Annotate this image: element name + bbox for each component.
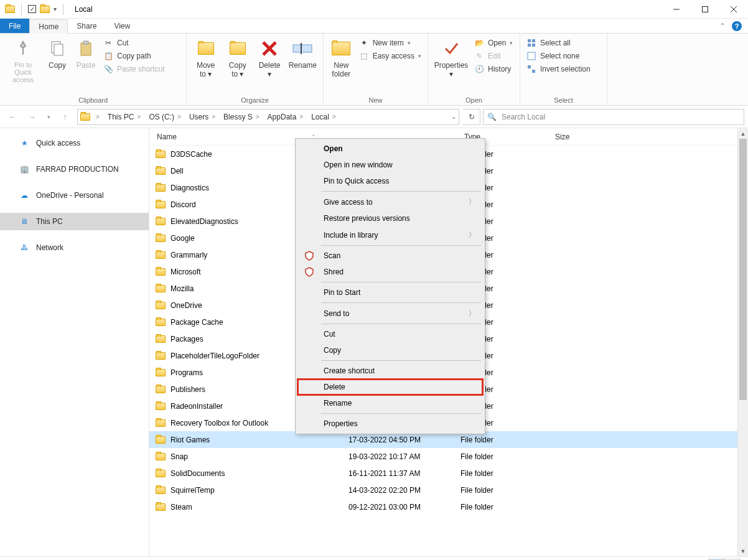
- header-size[interactable]: Size: [548, 133, 610, 141]
- folder-icon: [331, 39, 351, 58]
- recent-dropdown[interactable]: ▾: [44, 108, 54, 126]
- search-input[interactable]: 🔍 Search Local: [483, 109, 744, 125]
- copy-to-button[interactable]: Copy to ▾: [223, 36, 251, 81]
- svg-rect-5: [54, 44, 63, 55]
- copy-path-button[interactable]: 📋Copy path: [102, 50, 166, 62]
- ctx-rename[interactable]: Rename: [297, 395, 483, 411]
- select-none-icon: [526, 51, 536, 61]
- edit-icon: ✎: [474, 51, 484, 61]
- select-all-button[interactable]: Select all: [525, 37, 592, 49]
- back-button[interactable]: ←: [4, 108, 21, 126]
- select-none-button[interactable]: Select none: [525, 50, 592, 62]
- svg-rect-18: [532, 70, 535, 73]
- rename-button[interactable]: Rename: [288, 36, 318, 72]
- ctx-scan[interactable]: Scan: [297, 248, 483, 264]
- table-row[interactable]: SquirrelTemp14-03-2022 02:20 PMFile fold…: [149, 482, 748, 498]
- ctx-restore-versions[interactable]: Restore previous versions: [297, 210, 483, 226]
- breadcrumb-item[interactable]: AppData>: [265, 113, 307, 121]
- building-icon: 🏢: [19, 164, 30, 174]
- new-item-button[interactable]: ✦New item ▾: [358, 37, 423, 49]
- ctx-include-library[interactable]: Include in library〉: [297, 226, 483, 243]
- folder-icon: [156, 453, 166, 460]
- new-folder-button[interactable]: New folder: [329, 36, 354, 81]
- pin-to-quick-access-button[interactable]: Pin to Quick access: [5, 36, 41, 86]
- properties-button[interactable]: Properties ▾: [433, 36, 469, 81]
- folder-icon: [156, 503, 166, 511]
- breadcrumb-item[interactable]: Local>: [309, 113, 340, 121]
- open-icon: 📂: [474, 38, 484, 48]
- ctx-create-shortcut[interactable]: Create shortcut: [297, 363, 483, 379]
- svg-rect-14: [528, 44, 531, 47]
- edit-button[interactable]: ✎Edit: [473, 50, 514, 62]
- invert-selection-button[interactable]: Invert selection: [525, 63, 592, 75]
- folder-icon: [156, 268, 166, 276]
- title-bar: ✓ ▾ Local: [0, 0, 748, 19]
- file-date: 17-03-2022 04:50 PM: [348, 436, 460, 444]
- ctx-send-to[interactable]: Send to〉: [297, 305, 483, 322]
- qat-checkbox[interactable]: ✓: [28, 5, 36, 13]
- easy-access-button[interactable]: ⬚Easy access ▾: [358, 50, 423, 62]
- tab-file[interactable]: File: [0, 19, 29, 33]
- navigation-pane: ★Quick access 🏢FARRAD PRODUCTION ☁OneDri…: [0, 128, 149, 556]
- scroll-thumb[interactable]: [739, 139, 747, 400]
- svg-rect-1: [703, 6, 708, 12]
- maximize-button[interactable]: [691, 0, 719, 19]
- file-name: RadeonInstaller: [171, 402, 223, 411]
- sidebar-item-network[interactable]: 🖧Network: [0, 239, 149, 256]
- addr-dropdown-icon[interactable]: ⌄: [451, 113, 456, 120]
- breadcrumb-item[interactable]: Blessy S>: [221, 113, 263, 121]
- ctx-shred[interactable]: Shred: [297, 264, 483, 280]
- tab-view[interactable]: View: [105, 19, 139, 33]
- scroll-down-icon[interactable]: ▼: [738, 546, 748, 556]
- copy-button[interactable]: Copy: [45, 36, 70, 72]
- breadcrumb-item[interactable]: OS (C:)>: [146, 113, 185, 121]
- ribbon-collapse-icon[interactable]: ⌃: [719, 22, 726, 30]
- paste-button[interactable]: Paste: [73, 36, 98, 72]
- qat-dropdown-icon[interactable]: ▾: [54, 6, 57, 12]
- paste-shortcut-button[interactable]: 📎Paste shortcut: [102, 63, 166, 75]
- table-row[interactable]: SolidDocuments16-11-2021 11:37 AMFile fo…: [149, 465, 748, 482]
- ctx-pin-quick-access[interactable]: Pin to Quick access: [297, 173, 483, 189]
- tab-home[interactable]: Home: [29, 19, 68, 34]
- history-button[interactable]: 🕘History: [473, 63, 514, 75]
- close-button[interactable]: [719, 0, 748, 19]
- file-type: File folder: [460, 469, 548, 478]
- help-icon[interactable]: ?: [732, 21, 742, 31]
- tab-share[interactable]: Share: [68, 19, 105, 33]
- breadcrumb-item[interactable]: This PC>: [105, 113, 145, 121]
- address-bar[interactable]: > This PC> OS (C:)> Users> Blessy S> App…: [77, 109, 459, 125]
- sidebar-item-farrad[interactable]: 🏢FARRAD PRODUCTION: [0, 161, 149, 178]
- ctx-cut[interactable]: Cut: [297, 326, 483, 342]
- sidebar-item-quick-access[interactable]: ★Quick access: [0, 134, 149, 152]
- breadcrumb-item[interactable]: Users>: [187, 113, 219, 121]
- ctx-give-access[interactable]: Give access to〉: [297, 194, 483, 210]
- refresh-button[interactable]: ↻: [463, 109, 480, 125]
- ctx-open-new-window[interactable]: Open in new window: [297, 157, 483, 173]
- checkmark-icon: [441, 39, 461, 58]
- forward-button[interactable]: →: [24, 108, 41, 126]
- delete-button[interactable]: Delete ▾: [255, 36, 283, 81]
- cut-button[interactable]: ✂Cut: [102, 37, 166, 49]
- ctx-properties[interactable]: Properties: [297, 416, 483, 432]
- chevron-right-icon: 〉: [469, 230, 475, 240]
- sidebar-item-onedrive[interactable]: ☁OneDrive - Personal: [0, 187, 149, 204]
- file-name: Dell: [171, 167, 184, 175]
- vertical-scrollbar[interactable]: ▲ ▼: [737, 128, 748, 556]
- table-row[interactable]: Snap19-03-2022 10:17 AMFile folder: [149, 448, 748, 465]
- ctx-open[interactable]: Open: [297, 141, 483, 157]
- ctx-pin-start[interactable]: Pin to Start: [297, 284, 483, 301]
- sidebar-item-this-pc[interactable]: 🖥This PC: [0, 213, 149, 230]
- file-name: Mozilla: [171, 284, 194, 293]
- move-to-button[interactable]: Move to ▾: [192, 36, 220, 81]
- scroll-up-icon[interactable]: ▲: [738, 128, 748, 139]
- ctx-copy[interactable]: Copy: [297, 342, 483, 358]
- file-name: Steam: [171, 503, 192, 511]
- up-button[interactable]: ↑: [56, 108, 73, 126]
- group-label: Clipboard: [5, 95, 181, 105]
- open-button[interactable]: 📂Open ▾: [473, 37, 514, 49]
- minimize-button[interactable]: [662, 0, 691, 19]
- group-label: New: [329, 95, 423, 105]
- ctx-delete[interactable]: Delete: [297, 379, 483, 395]
- table-row[interactable]: Steam09-12-2021 03:00 PMFile folder: [149, 498, 748, 515]
- chevron-right-icon[interactable]: >: [95, 113, 101, 120]
